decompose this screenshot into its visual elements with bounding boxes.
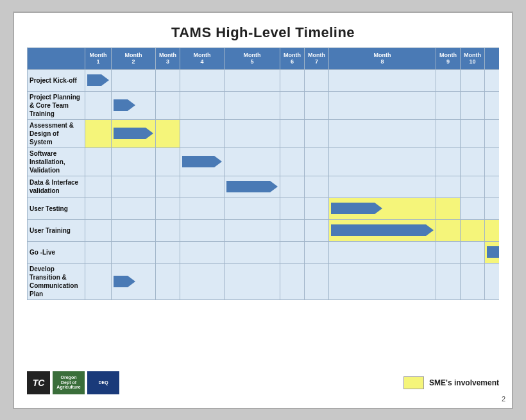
cell-test-m2: [112, 197, 156, 219]
gantt-table: Month1 Month2 Month3 Month4 Month5 Month…: [27, 47, 499, 300]
cell-data-m5: [225, 176, 280, 197]
cell-planning-m11: [485, 91, 500, 119]
cell-data-m3: [156, 176, 180, 197]
cell-assess-m2: [112, 119, 156, 147]
cell-train-m10: [461, 219, 485, 241]
slide-footer: TC OregonDept ofAgriculture DEQ SME's in…: [27, 367, 499, 399]
cell-assess-m7: [305, 119, 329, 147]
cell-sw-m9: [436, 147, 461, 176]
cell-data-m1: [85, 176, 112, 197]
row-label-data: Data & Interface validation: [28, 176, 85, 197]
row-transition: Develop Transition & Communication Plan: [28, 263, 500, 299]
cell-go-m1: [85, 241, 112, 263]
arrow-transition: [114, 276, 153, 287]
cell-trans-m9: [436, 263, 461, 299]
cell-go-m6: [280, 241, 305, 263]
cell-go-m4: [180, 241, 225, 263]
cell-trans-m2: [112, 263, 156, 299]
cell-trans-m11: [485, 263, 500, 299]
cell-data-m10: [461, 176, 485, 197]
cell-sw-m4: [180, 147, 225, 176]
cell-go-m9: [436, 241, 461, 263]
header-m3: Month3: [156, 47, 180, 69]
cell-assess-m10: [461, 119, 485, 147]
arrow-training: [331, 224, 434, 236]
gantt-wrapper: Month1 Month2 Month3 Month4 Month5 Month…: [27, 47, 499, 363]
cell-trans-m10: [461, 263, 485, 299]
cell-data-m4: [180, 176, 225, 197]
cell-sw-m8: [329, 147, 436, 176]
row-data: Data & Interface validation: [28, 176, 500, 197]
cell-kickoff-m1: [85, 69, 112, 91]
cell-data-m8: [329, 176, 436, 197]
arrow-assessment: [114, 128, 153, 139]
slide: TAMS High-Level Timeline Month1 Month2 M…: [13, 12, 513, 409]
arrow-kickoff: [87, 74, 109, 86]
cell-assess-m3: [156, 119, 180, 147]
header-m2: Month2: [112, 47, 156, 69]
slide-title: TAMS High-Level Timeline: [27, 24, 499, 41]
header-m1: Month1: [85, 47, 112, 69]
cell-sw-m2: [112, 147, 156, 176]
row-training: User Training: [28, 219, 500, 241]
cell-sw-m6: [280, 147, 305, 176]
page-number: 2: [502, 395, 505, 403]
cell-kickoff-m9: [436, 69, 461, 91]
cell-kickoff-m6: [280, 69, 305, 91]
cell-test-m11: [485, 197, 500, 219]
header-m8: Month8: [329, 47, 436, 69]
cell-trans-m8: [329, 263, 436, 299]
cell-kickoff-m7: [305, 69, 329, 91]
cell-planning-m9: [436, 91, 461, 119]
cell-trans-m7: [305, 263, 329, 299]
cell-planning-m5: [225, 91, 280, 119]
legend-box: [403, 376, 424, 389]
cell-sw-m5: [225, 147, 280, 176]
cell-trans-m1: [85, 263, 112, 299]
cell-train-m3: [156, 219, 180, 241]
cell-planning-m10: [461, 91, 485, 119]
row-label-planning: Project Planning & Core Team Training: [28, 91, 85, 119]
cell-test-m1: [85, 197, 112, 219]
cell-kickoff-m10: [461, 69, 485, 91]
row-assessment: Assessment & Design of System: [28, 119, 500, 147]
cell-kickoff-m5: [225, 69, 280, 91]
cell-sw-m3: [156, 147, 180, 176]
row-testing: User Testing: [28, 197, 500, 219]
cell-go-m7: [305, 241, 329, 263]
arrow-data: [226, 181, 278, 192]
legend-label: SME's involvement: [429, 378, 499, 387]
arrow-testing: [331, 203, 434, 214]
legend: SME's involvement: [403, 376, 499, 389]
cell-data-m7: [305, 176, 329, 197]
cell-train-m11: [485, 219, 500, 241]
row-planning: Project Planning & Core Team Training: [28, 91, 500, 119]
cell-go-m3: [156, 241, 180, 263]
cell-planning-m6: [280, 91, 305, 119]
cell-planning-m2: [112, 91, 156, 119]
cell-kickoff-m11: [485, 69, 500, 91]
cell-kickoff-m8: [329, 69, 436, 91]
cell-train-m1: [85, 219, 112, 241]
cell-test-m5: [225, 197, 280, 219]
cell-test-m7: [305, 197, 329, 219]
cell-go-m5: [225, 241, 280, 263]
row-label-training: User Training: [28, 219, 85, 241]
cell-trans-m3: [156, 263, 180, 299]
cell-train-m2: [112, 219, 156, 241]
cell-go-m11: [485, 241, 500, 263]
cell-test-m8: [329, 197, 436, 219]
cell-sw-m1: [85, 147, 112, 176]
cell-assess-m8: [329, 119, 436, 147]
cell-go-m2: [112, 241, 156, 263]
cell-assess-m9: [436, 119, 461, 147]
cell-test-m6: [280, 197, 305, 219]
cell-data-m11: [485, 176, 500, 197]
cell-kickoff-m3: [156, 69, 180, 91]
header-m7: Month7: [305, 47, 329, 69]
cell-planning-m7: [305, 91, 329, 119]
row-golive: Go -Live: [28, 241, 500, 263]
cell-go-m8: [329, 241, 436, 263]
cell-train-m6: [280, 219, 305, 241]
cell-train-m8: [329, 219, 436, 241]
